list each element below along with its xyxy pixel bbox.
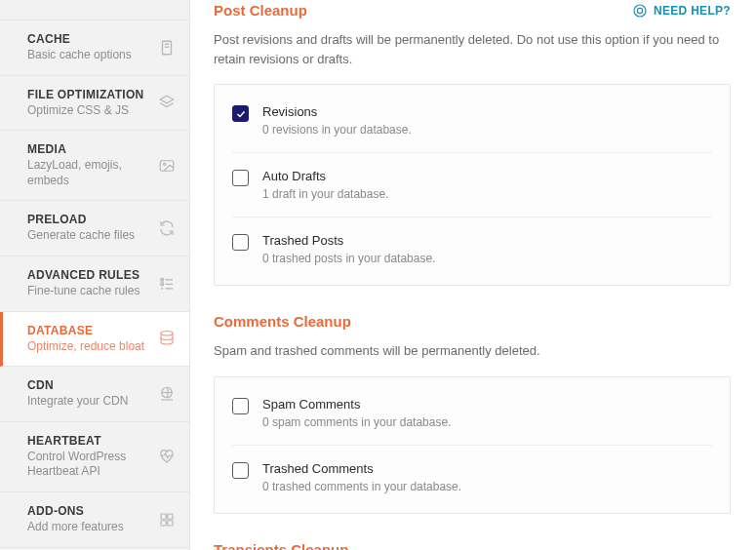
- svg-rect-6: [161, 279, 163, 281]
- sidebar-item-database[interactable]: DATABASE Optimize, reduce bloat: [0, 312, 189, 368]
- sidebar-item-subtitle: Control WordPress Heartbeat API: [27, 450, 150, 480]
- svg-point-5: [164, 163, 166, 165]
- options-box: Revisions 0 revisions in your database. …: [214, 84, 731, 286]
- svg-marker-3: [160, 97, 174, 104]
- layers-icon: [158, 94, 176, 111]
- need-help-label: NEED HELP?: [654, 4, 731, 18]
- sidebar-item-media[interactable]: MEDIA LazyLoad, emojis, embeds: [0, 131, 189, 201]
- option-sub: 1 draft in your database.: [262, 187, 388, 201]
- globe-icon: [158, 385, 176, 403]
- sidebar-item-stub[interactable]: [0, 8, 189, 20]
- section-description: Post revisions and drafts will be perman…: [214, 30, 731, 68]
- checkbox-trashed-comments[interactable]: [232, 462, 249, 479]
- sidebar-item-title: FILE OPTIMIZATION: [27, 88, 150, 101]
- addons-icon: [158, 511, 176, 529]
- section-post-cleanup: Post Cleanup NEED HELP? Post revisions a…: [214, 2, 731, 286]
- sidebar-item-cache[interactable]: CACHE Basic cache options: [0, 20, 189, 76]
- sidebar-item-add-ons[interactable]: ADD-ONS Add more features: [0, 492, 189, 548]
- sidebar-item-advanced-rules[interactable]: ADVANCED RULES Fine-tune cache rules: [0, 256, 189, 312]
- sidebar-item-heartbeat[interactable]: HEARTBEAT Control WordPress Heartbeat AP…: [0, 422, 189, 492]
- sidebar-item-cdn[interactable]: CDN Integrate your CDN: [0, 367, 189, 422]
- refresh-icon: [158, 219, 176, 237]
- checkbox-spam-comments[interactable]: [232, 398, 249, 414]
- sidebar-item-subtitle: Add more features: [27, 520, 150, 535]
- checkbox-trashed-posts[interactable]: [232, 234, 249, 251]
- sidebar: CACHE Basic cache options FILE OPTIMIZAT…: [0, 0, 190, 550]
- option-revisions: Revisions 0 revisions in your database.: [232, 89, 712, 153]
- option-label: Trashed Posts: [262, 233, 435, 248]
- section-transients-cleanup: Transients Cleanup: [214, 541, 731, 551]
- checkbox-auto-drafts[interactable]: [232, 170, 249, 186]
- sidebar-item-subtitle: Integrate your CDN: [27, 394, 150, 410]
- list-icon: [158, 275, 176, 293]
- sidebar-item-subtitle: Optimize, reduce bloat: [27, 339, 150, 355]
- svg-rect-17: [168, 520, 173, 525]
- svg-point-12: [161, 332, 173, 336]
- sidebar-item-subtitle: Basic cache options: [27, 48, 150, 63]
- svg-point-19: [637, 8, 642, 13]
- option-sub: 0 trashed posts in your database.: [262, 252, 435, 265]
- page-icon: [158, 39, 176, 57]
- sidebar-item-title: CACHE: [27, 32, 150, 46]
- section-title: Post Cleanup: [214, 2, 307, 19]
- sidebar-item-subtitle: Fine-tune cache rules: [27, 284, 150, 299]
- sidebar-item-title: HEARTBEAT: [27, 434, 150, 448]
- help-icon: [632, 3, 648, 19]
- section-comments-cleanup: Comments Cleanup Spam and trashed commen…: [214, 313, 731, 514]
- option-sub: 0 trashed comments in your database.: [262, 480, 461, 493]
- sidebar-item-title: ADVANCED RULES: [27, 268, 150, 282]
- main-content: Post Cleanup NEED HELP? Post revisions a…: [190, 0, 756, 550]
- option-label: Revisions: [262, 104, 412, 119]
- sidebar-item-subtitle: LazyLoad, emojis, embeds: [27, 158, 150, 188]
- option-trashed-comments: Trashed Comments 0 trashed comments in y…: [232, 446, 712, 509]
- options-box: Spam Comments 0 spam comments in your da…: [214, 376, 731, 514]
- sidebar-item-title: PRELOAD: [27, 213, 150, 226]
- heartbeat-icon: [158, 448, 176, 465]
- option-label: Spam Comments: [262, 397, 451, 412]
- sidebar-item-title: MEDIA: [27, 142, 150, 156]
- image-icon: [158, 157, 176, 175]
- database-icon: [158, 330, 176, 347]
- sidebar-item-preload[interactable]: PRELOAD Generate cache files: [0, 201, 189, 256]
- option-trashed-posts: Trashed Posts 0 trashed posts in your da…: [232, 217, 712, 281]
- option-spam-comments: Spam Comments 0 spam comments in your da…: [232, 381, 712, 446]
- section-title: Transients Cleanup: [214, 541, 731, 551]
- need-help-link[interactable]: NEED HELP?: [632, 3, 731, 19]
- sidebar-item-title: ADD-ONS: [27, 504, 150, 518]
- option-sub: 0 spam comments in your database.: [262, 415, 451, 429]
- sidebar-item-subtitle: Optimize CSS & JS: [27, 103, 150, 119]
- sidebar-item-file-optimization[interactable]: FILE OPTIMIZATION Optimize CSS & JS: [0, 76, 189, 132]
- svg-rect-8: [161, 283, 163, 285]
- section-description: Spam and trashed comments will be perman…: [214, 341, 731, 361]
- option-label: Auto Drafts: [262, 169, 388, 183]
- sidebar-item-subtitle: Generate cache files: [27, 228, 150, 244]
- sidebar-item-title: CDN: [27, 378, 150, 392]
- svg-point-18: [634, 5, 646, 17]
- option-label: Trashed Comments: [262, 461, 461, 476]
- svg-rect-16: [161, 520, 166, 525]
- section-title: Comments Cleanup: [214, 313, 731, 330]
- checkbox-revisions[interactable]: [232, 105, 249, 122]
- svg-rect-15: [168, 514, 173, 519]
- svg-rect-0: [163, 41, 172, 55]
- option-sub: 0 revisions in your database.: [262, 123, 412, 137]
- sidebar-item-title: DATABASE: [27, 324, 150, 337]
- option-auto-drafts: Auto Drafts 1 draft in your database.: [232, 153, 712, 217]
- svg-rect-14: [161, 514, 166, 519]
